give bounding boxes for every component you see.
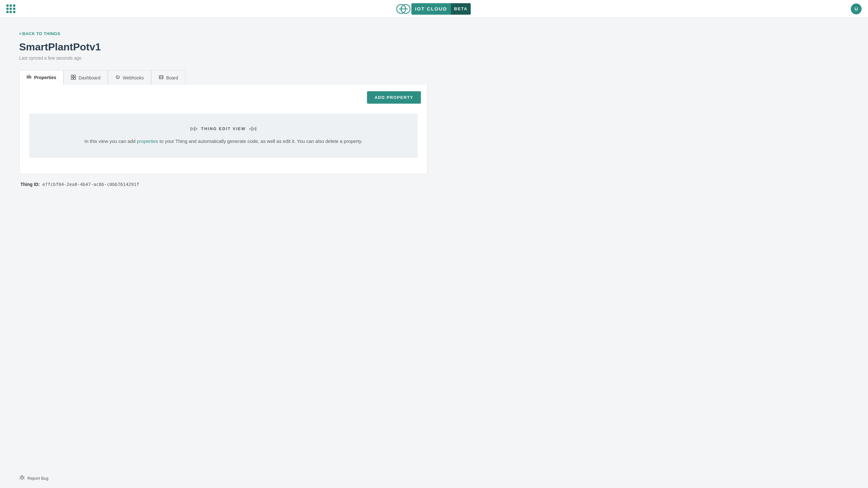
description-before: In this view you can add	[85, 138, 137, 144]
header-center: IOT CLOUD BETA	[395, 3, 471, 15]
avatar[interactable]: U	[851, 3, 862, 14]
webhooks-icon	[115, 75, 120, 81]
svg-rect-9	[31, 76, 31, 78]
edit-bars-right	[250, 127, 256, 131]
tabs: Properties Dashboard	[19, 70, 428, 85]
iot-cloud-badge: IOT CLOUD BETA	[411, 3, 471, 15]
svg-line-25	[24, 479, 25, 479]
properties-link[interactable]: properties	[137, 138, 158, 144]
svg-rect-6	[28, 76, 28, 78]
svg-rect-12	[71, 77, 73, 79]
properties-icon	[27, 74, 32, 81]
beta-badge: BETA	[451, 3, 471, 15]
report-bug[interactable]: Report Bug	[19, 475, 49, 482]
tab-properties[interactable]: Properties	[19, 70, 63, 85]
thing-edit-view: THING EDIT VIEW In this view you can add…	[29, 113, 418, 158]
dashboard-icon	[71, 75, 76, 81]
tab-board-label: Board	[166, 75, 178, 80]
svg-point-14	[117, 76, 118, 77]
bug-icon	[19, 475, 25, 482]
svg-line-23	[24, 477, 25, 478]
thing-id-label: Thing ID:	[21, 182, 40, 187]
tab-board[interactable]: Board	[151, 70, 185, 85]
tab-properties-label: Properties	[34, 75, 56, 80]
main-content: BACK TO THINGS SmartPlantPotv1 Last sync…	[0, 18, 447, 200]
report-bug-label: Report Bug	[27, 476, 49, 481]
iot-cloud-text: IOT CLOUD	[411, 6, 451, 11]
thing-id-section: Thing ID: e7fcbf04-2ea8-4b47-ac6b-c0bb76…	[19, 182, 428, 187]
last-synced-text: Last synced a few seconds ago	[19, 56, 428, 61]
header: IOT CLOUD BETA U	[0, 0, 868, 18]
page-title: SmartPlantPotv1	[19, 41, 428, 53]
arduino-logo	[395, 3, 411, 15]
description-after: to your Thing and automatically generate…	[158, 138, 363, 144]
svg-line-24	[20, 479, 21, 479]
content-panel: ADD PROPERTY THING EDIT VIEW	[19, 85, 428, 174]
thing-edit-view-label: THING EDIT VIEW	[201, 126, 246, 131]
thing-edit-title: THING EDIT VIEW	[39, 126, 408, 131]
tab-webhooks[interactable]: Webhooks	[108, 70, 151, 85]
thing-id-value: e7fcbf04-2ea8-4b47-ac6b-c0bb7614291f	[42, 182, 139, 187]
grid-menu-icon[interactable]	[6, 4, 15, 13]
header-left	[6, 4, 15, 13]
tab-dashboard[interactable]: Dashboard	[63, 70, 108, 85]
svg-line-22	[20, 477, 21, 478]
svg-rect-10	[71, 75, 73, 77]
svg-rect-7	[29, 75, 29, 78]
edit-bars-left	[190, 127, 197, 131]
board-icon	[159, 75, 164, 81]
header-right: U	[851, 3, 862, 14]
back-to-things-link[interactable]: BACK TO THINGS	[19, 31, 60, 36]
tab-webhooks-label: Webhooks	[123, 75, 144, 80]
svg-rect-8	[30, 75, 30, 78]
svg-rect-5	[27, 75, 27, 78]
add-property-button[interactable]: ADD PROPERTY	[367, 91, 421, 104]
svg-rect-13	[74, 77, 75, 79]
svg-rect-11	[74, 75, 75, 77]
thing-edit-description: In this view you can add properties to y…	[39, 137, 408, 145]
tab-dashboard-label: Dashboard	[79, 75, 100, 80]
